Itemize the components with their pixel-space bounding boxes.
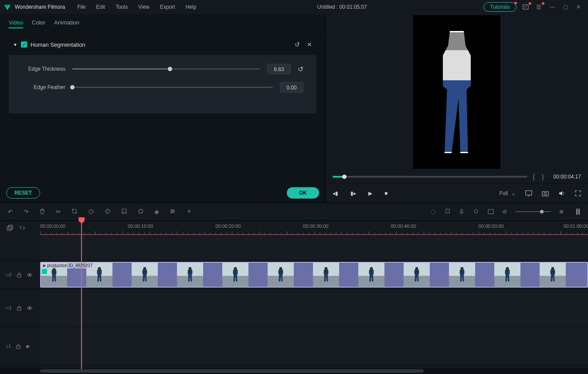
motion-track-icon[interactable] bbox=[138, 208, 144, 215]
preview-progress[interactable] bbox=[333, 176, 527, 178]
mark-out-icon[interactable]: } bbox=[540, 173, 546, 180]
menu-file[interactable]: File bbox=[73, 2, 90, 12]
mixer-icon[interactable] bbox=[473, 209, 479, 215]
track-visibility-icon[interactable] bbox=[27, 273, 33, 277]
edge-thickness-value[interactable]: 8.63 bbox=[267, 64, 291, 74]
section-header[interactable]: ▼ ✓ Human Segmentation ↺ ✕ bbox=[9, 38, 316, 51]
tutorials-button[interactable]: Tutorials bbox=[483, 2, 517, 12]
track-lock-icon[interactable] bbox=[16, 344, 20, 349]
section-checkbox[interactable]: ✓ bbox=[21, 41, 27, 48]
menu-export[interactable]: Export bbox=[156, 2, 180, 12]
green-screen-icon[interactable] bbox=[121, 208, 127, 215]
adjust-icon[interactable] bbox=[170, 208, 176, 215]
message-icon[interactable] bbox=[523, 4, 530, 10]
marker-icon[interactable] bbox=[445, 209, 450, 215]
record-vo-icon[interactable] bbox=[459, 209, 464, 215]
tab-animation[interactable]: Animation bbox=[54, 19, 79, 28]
window-minimize-icon[interactable]: — bbox=[549, 4, 556, 10]
ok-button[interactable]: OK bbox=[287, 187, 319, 199]
zoom-fit-icon[interactable] bbox=[576, 208, 580, 215]
keyframe-icon[interactable]: ◈ bbox=[154, 208, 159, 215]
track-label: ♫1 bbox=[5, 344, 11, 349]
reset-button[interactable]: RESET bbox=[6, 187, 40, 199]
crop-icon[interactable] bbox=[71, 208, 78, 215]
track-label: ▭2 bbox=[5, 272, 12, 277]
fullscreen-icon[interactable] bbox=[575, 190, 581, 196]
svg-point-7 bbox=[108, 210, 109, 211]
timeline-toolbar: ↶ ↷ ✂ ◈ ⊖ ⊕ bbox=[0, 202, 588, 221]
redo-icon[interactable]: ↷ bbox=[24, 208, 29, 215]
edge-thickness-reset-icon[interactable]: ↺ bbox=[298, 65, 303, 73]
menu-help[interactable]: Help bbox=[181, 2, 201, 12]
svg-rect-16 bbox=[488, 209, 493, 214]
prev-frame-icon[interactable]: ◂▮ bbox=[333, 190, 338, 196]
time-mark: 00:00:10:00 bbox=[128, 223, 153, 229]
stop-icon[interactable]: ■ bbox=[384, 190, 387, 196]
preview-panel: { } 00:00:04:17 ◂▮ ▮▸ ▶ ■ Full⌄ bbox=[326, 14, 588, 202]
svg-rect-1 bbox=[526, 191, 532, 195]
track-lane-v2[interactable]: ▶production ID_4929207 bbox=[40, 261, 588, 288]
speed-icon[interactable] bbox=[88, 208, 94, 215]
timeline-scrollbar[interactable] bbox=[0, 368, 588, 374]
edge-thickness-slider[interactable] bbox=[72, 69, 260, 69]
window-maximize-icon[interactable]: ▢ bbox=[562, 4, 569, 10]
segmented-person-icon bbox=[439, 31, 474, 153]
volume-icon[interactable] bbox=[558, 190, 565, 196]
track-v2: ▭2 ▶production ID_4929207 bbox=[0, 261, 588, 289]
tab-video[interactable]: Video bbox=[9, 19, 23, 28]
svg-point-13 bbox=[171, 212, 173, 213]
split-icon[interactable]: ✂ bbox=[56, 208, 61, 215]
play-icon[interactable]: ▶ bbox=[368, 190, 372, 196]
svg-point-22 bbox=[29, 274, 31, 276]
color-icon[interactable] bbox=[105, 208, 111, 215]
audio-icon[interactable] bbox=[186, 208, 192, 215]
menu-edit[interactable]: Edit bbox=[92, 2, 110, 12]
track-lane-a1[interactable] bbox=[40, 327, 588, 365]
playhead[interactable] bbox=[81, 221, 82, 369]
section-close-icon[interactable]: ✕ bbox=[307, 41, 312, 48]
track-visibility-icon[interactable] bbox=[27, 306, 33, 310]
next-frame-icon[interactable]: ▮▸ bbox=[350, 190, 356, 196]
video-clip[interactable]: ▶production ID_4929207 bbox=[40, 262, 588, 288]
render-icon[interactable] bbox=[430, 209, 436, 215]
section-reset-icon[interactable]: ↺ bbox=[295, 41, 300, 48]
preview-canvas bbox=[413, 15, 500, 169]
window-close-icon[interactable]: ✕ bbox=[575, 4, 582, 10]
quality-dropdown[interactable]: Full⌄ bbox=[500, 190, 516, 196]
svg-rect-18 bbox=[578, 209, 580, 215]
timeline: 00:00:00:00 00:00:10:00 00:00:20:00 00:0… bbox=[0, 221, 588, 374]
aspect-icon[interactable] bbox=[488, 209, 494, 214]
svg-point-3 bbox=[544, 192, 547, 195]
menu-view[interactable]: View bbox=[134, 2, 154, 12]
edge-thickness-label: Edge Thickness bbox=[22, 66, 65, 72]
track-lane-v1[interactable] bbox=[40, 289, 588, 327]
edge-feather-slider[interactable] bbox=[72, 87, 273, 88]
timeline-ruler[interactable]: 00:00:00:00 00:00:10:00 00:00:20:00 00:0… bbox=[40, 221, 588, 235]
track-lock-icon[interactable] bbox=[17, 272, 21, 278]
app-name: Wondershare Filmora bbox=[15, 4, 65, 10]
zoom-in-icon[interactable]: ⊕ bbox=[559, 209, 564, 215]
snapshot-icon[interactable] bbox=[542, 190, 549, 196]
track-add-icon[interactable] bbox=[7, 225, 13, 231]
collapse-caret-icon[interactable]: ▼ bbox=[13, 42, 17, 47]
track-mute-icon[interactable] bbox=[26, 344, 31, 349]
properties-panel: Video Color Animation ▼ ✓ Human Segmenta… bbox=[0, 14, 326, 202]
zoom-slider[interactable] bbox=[516, 211, 551, 212]
delete-icon[interactable] bbox=[39, 208, 45, 215]
display-icon[interactable] bbox=[525, 190, 532, 196]
mark-in-icon[interactable]: { bbox=[531, 173, 537, 180]
svg-rect-15 bbox=[461, 209, 462, 212]
tasks-icon[interactable] bbox=[536, 4, 543, 10]
time-mark: 00:00:00:00 bbox=[40, 223, 65, 229]
svg-rect-25 bbox=[17, 346, 20, 349]
tab-color[interactable]: Color bbox=[32, 19, 45, 28]
undo-icon[interactable]: ↶ bbox=[8, 208, 13, 215]
svg-rect-9 bbox=[122, 209, 126, 213]
menu-tools[interactable]: Tools bbox=[111, 2, 132, 12]
zoom-out-icon[interactable]: ⊖ bbox=[503, 209, 507, 215]
edge-feather-value[interactable]: 0.00 bbox=[280, 82, 303, 93]
track-link-icon[interactable] bbox=[19, 225, 25, 231]
svg-point-24 bbox=[29, 307, 31, 309]
app-logo-icon bbox=[3, 3, 11, 11]
track-lock-icon[interactable] bbox=[17, 305, 21, 311]
